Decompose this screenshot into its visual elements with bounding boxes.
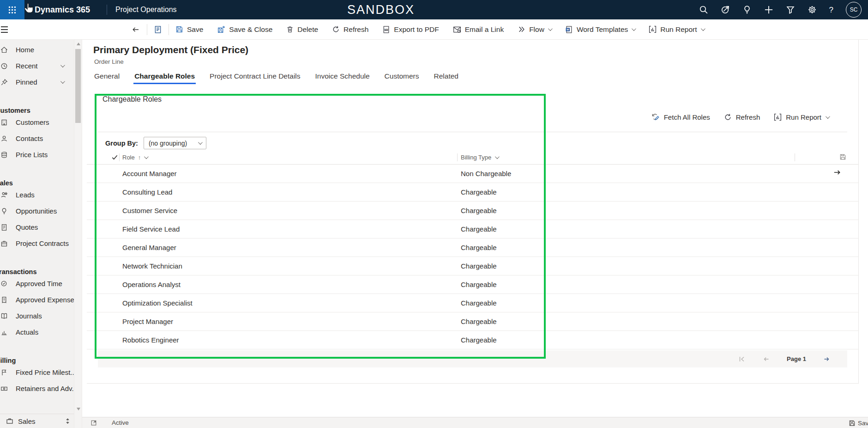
subgrid-more-commands-button[interactable] <box>843 113 846 121</box>
quotes-icon <box>0 224 8 231</box>
help-button[interactable]: ? <box>829 6 833 14</box>
area-swap-icon <box>64 417 71 425</box>
sidebar-scrollbar[interactable] <box>74 40 82 428</box>
subgrid-refresh-button[interactable]: Refresh <box>724 113 760 121</box>
table-row[interactable]: Consulting LeadChargeable <box>87 183 858 202</box>
app-launcher-waffle-button[interactable] <box>0 0 24 19</box>
help-ideas-button[interactable] <box>742 5 752 14</box>
sidebar-item-recent[interactable]: Recent <box>0 58 74 74</box>
quick-create-button[interactable] <box>764 5 773 14</box>
sidebar-item-customers[interactable]: Customers <box>0 114 74 130</box>
refresh-icon <box>724 113 732 121</box>
account-avatar[interactable]: SC <box>846 2 862 18</box>
tab-chargeable-roles[interactable]: Chargeable Roles <box>133 69 196 84</box>
sidebar-item-project-contracts[interactable]: Project Contracts <box>0 235 74 251</box>
pdf-icon: PDF <box>382 25 390 34</box>
sidebar-item-journals[interactable]: Journals <box>0 308 74 324</box>
scrollbar-thumb[interactable] <box>75 49 81 123</box>
chevron-down-icon <box>60 79 65 84</box>
waffle-icon <box>8 6 16 14</box>
previous-page-button[interactable] <box>762 355 770 363</box>
sidebar-item-approved-time[interactable]: Approved Time <box>0 275 74 292</box>
word-templates-button[interactable]: W Word Templates <box>565 25 635 34</box>
table-row[interactable]: Robotics EngineerChargeable <box>87 331 858 349</box>
form-card: Primary Deployment (Fixed Price) Order L… <box>87 40 859 384</box>
sidebar-item-actuals[interactable]: Actuals <box>0 324 74 340</box>
page-number-label: Page 1 <box>787 355 806 362</box>
tab-related[interactable]: Related <box>433 69 459 84</box>
column-divider <box>119 153 120 161</box>
sort-ascending-icon: ↑ <box>138 154 141 161</box>
group-by-dropdown[interactable]: (no grouping) <box>144 137 206 149</box>
actuals-icon <box>0 329 8 336</box>
form-footer: Active Save <box>82 417 868 428</box>
retainers-money-icon <box>0 385 8 392</box>
table-row[interactable]: Account ManagerNon Chargeable <box>87 165 858 183</box>
select-all-checkmark-icon[interactable] <box>111 154 118 161</box>
approved-time-icon <box>0 280 8 287</box>
table-row[interactable]: Operations AnalystChargeable <box>87 275 858 294</box>
save-button[interactable]: Save <box>175 25 203 34</box>
cell-billing-type: Chargeable <box>461 318 497 325</box>
cell-billing-type: Chargeable <box>461 207 497 214</box>
export-to-pdf-button[interactable]: PDF Export to PDF <box>382 25 439 34</box>
next-page-button[interactable] <box>823 355 831 363</box>
column-header-role[interactable]: Role ↑ <box>122 154 147 161</box>
back-button[interactable] <box>131 26 140 33</box>
sidebar-item-pinned[interactable]: Pinned <box>0 74 74 90</box>
footer-save-indicator[interactable]: Save <box>849 417 868 428</box>
sidebar-item-approved-expenses[interactable]: Approved Expenses <box>0 292 74 308</box>
flow-button[interactable]: Flow <box>518 25 551 34</box>
email-icon <box>453 26 461 33</box>
top-navigation-bar: Dynamics 365 Project Operations SANDBOX … <box>0 0 868 19</box>
grid-options-icon[interactable] <box>839 153 846 162</box>
table-row[interactable]: Customer ServiceChargeable <box>87 202 858 220</box>
footer-expand-icon[interactable] <box>90 420 97 426</box>
run-report-button[interactable]: Run Report <box>649 25 704 34</box>
filter-button[interactable] <box>786 5 795 14</box>
table-row[interactable]: Project ManagerChargeable <box>87 312 858 331</box>
sidebar-item-quotes[interactable]: Quotes <box>0 219 74 235</box>
chevron-down-icon <box>60 63 65 67</box>
first-page-button[interactable] <box>738 355 746 363</box>
tab-invoice-schedule[interactable]: Invoice Schedule <box>314 69 371 84</box>
tab-customers[interactable]: Customers <box>384 69 420 84</box>
settings-button[interactable] <box>808 5 817 14</box>
sidebar-item-opportunities[interactable]: Opportunities <box>0 203 74 219</box>
refresh-button[interactable]: Refresh <box>332 25 368 34</box>
delete-button[interactable]: Delete <box>286 25 318 34</box>
tab-project-contract-line-details[interactable]: Project Contract Line Details <box>209 69 301 84</box>
table-row[interactable]: General ManagerChargeable <box>87 238 858 257</box>
sidebar-item-retainers[interactable]: Retainers and Adv... <box>0 380 74 397</box>
table-row[interactable]: Network TechnicianChargeable <box>87 257 858 275</box>
app-name[interactable]: Project Operations <box>115 6 177 14</box>
scrollbar-up-arrow[interactable] <box>77 43 80 45</box>
open-record-arrow-icon[interactable] <box>832 168 842 178</box>
table-row[interactable]: Field Service LeadChargeable <box>87 220 858 238</box>
trash-icon <box>286 25 294 33</box>
fetch-all-roles-button[interactable]: Fetch All Roles <box>651 113 710 122</box>
table-row[interactable]: Optimization SpecialistChargeable <box>87 294 858 312</box>
email-a-link-button[interactable]: Email a Link <box>453 25 504 34</box>
teaching-check-button[interactable] <box>721 5 730 14</box>
sidebar-item-contacts[interactable]: Contacts <box>0 130 74 147</box>
search-button[interactable] <box>699 5 708 14</box>
sidebar-item-price-lists[interactable]: Price Lists <box>0 147 74 163</box>
save-and-close-button[interactable]: Save & Close <box>217 25 272 34</box>
cell-billing-type: Chargeable <box>461 244 497 251</box>
first-page-icon <box>738 355 746 363</box>
scrollbar-down-arrow[interactable] <box>77 408 80 410</box>
area-switcher[interactable]: Sales <box>0 414 74 428</box>
project-contracts-icon <box>0 240 8 247</box>
dynamics-365-home-link[interactable]: Dynamics 365 <box>35 5 90 15</box>
form-selector-button[interactable] <box>154 25 162 34</box>
column-header-billing-type[interactable]: Billing Type <box>461 154 498 161</box>
home-icon <box>0 46 8 54</box>
sitemap-collapse-button[interactable] <box>1 26 10 33</box>
subgrid-run-report-button[interactable]: Run Report <box>774 113 829 121</box>
column-divider <box>795 153 795 161</box>
tab-general[interactable]: General <box>93 69 121 84</box>
sidebar-item-fixed-price-milestones[interactable]: Fixed Price Milest... <box>0 364 74 380</box>
sidebar-item-leads[interactable]: Leads <box>0 187 74 203</box>
sidebar-item-home[interactable]: Home <box>0 42 74 58</box>
